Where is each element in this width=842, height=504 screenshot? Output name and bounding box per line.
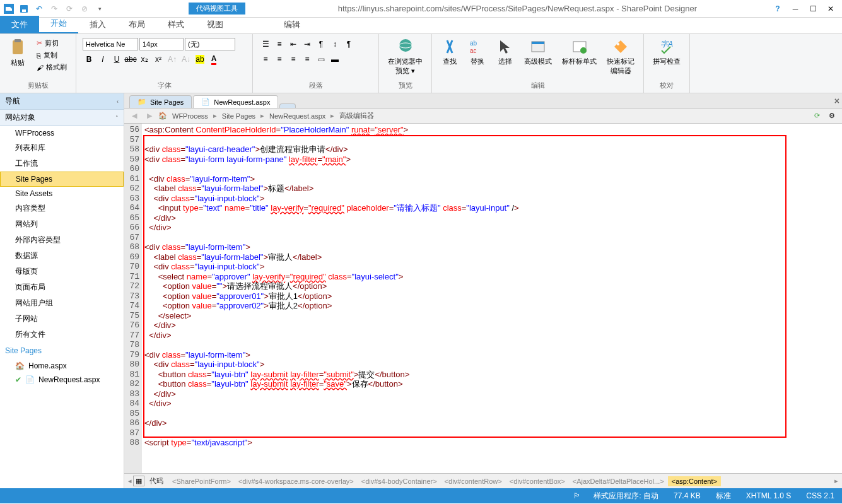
subscript-button[interactable]: x₂ xyxy=(138,53,151,66)
breadcrumb-item[interactable]: NewRequest.aspx xyxy=(267,112,328,120)
font-size-select[interactable] xyxy=(139,38,184,50)
bullet-list-button[interactable]: ☰ xyxy=(259,38,272,50)
align-right-button[interactable]: ≡ xyxy=(287,53,300,66)
align-center-button[interactable]: ≡ xyxy=(273,53,286,66)
line-spacing-button[interactable]: ↕ xyxy=(329,38,341,50)
nav-item[interactable]: 外部内容类型 xyxy=(0,232,124,248)
code-mode-button[interactable]: 代码 xyxy=(146,475,167,487)
strikethrough-button[interactable]: abc xyxy=(124,53,137,66)
breadcrumb-item[interactable]: 高级编辑器 xyxy=(337,111,377,120)
breadcrumb-item[interactable]: WFProcess xyxy=(170,112,211,120)
redo-icon[interactable]: ↷ xyxy=(48,3,61,15)
number-list-button[interactable]: ≡ xyxy=(273,38,286,50)
collapse-icon[interactable]: ‹ xyxy=(117,98,119,105)
flag-icon[interactable]: 🏳 xyxy=(573,491,581,500)
tag-crumb[interactable]: <div#s4-workspace.ms-core-overlay> xyxy=(235,476,358,486)
tag-crumb[interactable]: <AjaxDelta#DeltaPlaceHol...> xyxy=(569,476,668,486)
paste-button[interactable]: 粘贴 xyxy=(5,37,30,69)
indent-right-button[interactable]: ⇥ xyxy=(301,38,313,50)
nav-item[interactable]: 网站列 xyxy=(0,216,124,232)
code-content[interactable]: <asp:Content ContentPlaceHolderId="Place… xyxy=(142,124,842,473)
nav-item[interactable]: 列表和库 xyxy=(0,140,124,156)
nav-item[interactable]: 工作流 xyxy=(0,156,124,172)
nav-file-home[interactable]: 🏠Home.aspx xyxy=(0,359,124,373)
tab-close-button[interactable]: × xyxy=(834,96,839,106)
spellcheck-button[interactable]: 字A拼写检查 xyxy=(649,37,684,67)
close-button[interactable]: ✕ xyxy=(824,3,837,15)
tab-insert[interactable]: 插入 xyxy=(78,16,117,33)
nav-item[interactable]: 网站用户组 xyxy=(0,295,124,311)
minimize-button[interactable]: ─ xyxy=(789,3,802,15)
border-button[interactable]: ▭ xyxy=(315,53,327,66)
browser-preview-button[interactable]: 在浏览器中 预览 ▾ xyxy=(384,37,426,77)
doc-tab-sitepages[interactable]: 📁Site Pages xyxy=(129,95,192,108)
refresh-icon[interactable]: ⟳ xyxy=(810,110,823,122)
underline-button[interactable]: U xyxy=(110,53,123,66)
help-icon[interactable]: ? xyxy=(771,3,784,15)
tab-view[interactable]: 视图 xyxy=(196,16,235,33)
tab-edit-context[interactable]: 编辑 xyxy=(272,16,312,33)
maximize-button[interactable]: ☐ xyxy=(807,3,819,15)
replace-button[interactable]: abac替换 xyxy=(465,37,490,67)
nav-item[interactable]: WFProcess xyxy=(0,126,124,140)
select-button[interactable]: 选择 xyxy=(493,37,518,67)
tab-style[interactable]: 样式 xyxy=(156,16,196,33)
tag-crumb[interactable]: <asp:Content> xyxy=(668,476,721,486)
nav-item[interactable]: 所有文件 xyxy=(0,327,124,343)
nav-section-header[interactable]: 网站对象˄ xyxy=(0,110,124,126)
font-grow-button[interactable]: A↑ xyxy=(166,53,178,66)
stop-icon[interactable]: ⊘ xyxy=(78,3,91,15)
quick-tag-button[interactable]: 快速标记编辑器 xyxy=(603,37,638,77)
bold-button[interactable]: B xyxy=(83,53,95,66)
settings-icon[interactable]: ⚙ xyxy=(826,110,838,122)
file-tab[interactable]: 文件 xyxy=(0,16,39,33)
superscript-button[interactable]: x² xyxy=(152,53,165,66)
show-marks-button[interactable]: ¶ xyxy=(342,38,355,50)
nav-item[interactable]: 内容类型 xyxy=(0,201,124,216)
tag-crumb[interactable]: <SharePointForm> xyxy=(168,476,235,486)
font-style-select[interactable] xyxy=(185,38,235,50)
font-color-button[interactable]: A xyxy=(208,53,220,66)
doc-tab-newrequest[interactable]: 📄NewRequest.aspx xyxy=(193,95,278,108)
nav-file-newrequest[interactable]: ✔📄NewRequest.aspx xyxy=(0,373,124,387)
nav-item[interactable]: 数据源 xyxy=(0,248,124,264)
nav-item[interactable]: 母版页 xyxy=(0,264,124,279)
qa-dropdown-icon[interactable]: ▾ xyxy=(93,3,106,15)
nav-item[interactable]: Site Assets xyxy=(0,187,124,201)
font-name-select[interactable] xyxy=(83,38,138,50)
nav-item[interactable]: Site Pages xyxy=(0,172,124,187)
direction-button[interactable]: ¶ xyxy=(315,38,327,50)
highlight-button[interactable]: ab xyxy=(194,53,206,66)
indent-left-button[interactable]: ⇤ xyxy=(287,38,300,50)
tab-home[interactable]: 开始 xyxy=(39,15,78,33)
font-shrink-button[interactable]: A↓ xyxy=(180,53,192,66)
cut-button[interactable]: ✂剪切 xyxy=(34,38,69,49)
find-button[interactable]: 查找 xyxy=(437,37,462,67)
shading-button[interactable]: ▬ xyxy=(329,53,341,66)
align-justify-button[interactable]: ≡ xyxy=(301,53,313,66)
breadcrumb-item[interactable]: Site Pages xyxy=(219,112,258,120)
italic-button[interactable]: I xyxy=(96,53,109,66)
copy-button[interactable]: ⎘复制 xyxy=(34,50,69,61)
advanced-mode-button[interactable]: 高级模式 xyxy=(520,37,556,67)
doc-tab-new[interactable] xyxy=(279,103,296,108)
status-css[interactable]: CSS 2.1 xyxy=(804,491,837,500)
save-icon[interactable] xyxy=(18,3,30,15)
nav-item[interactable]: 子网站 xyxy=(0,311,124,327)
nav-fwd-icon[interactable]: ▶ xyxy=(143,110,156,122)
code-editor[interactable]: 56 57 58 59 60 61 62 63 64 65 66 67 68 6… xyxy=(124,124,842,473)
undo-icon[interactable]: ↶ xyxy=(33,3,45,15)
nav-subheading[interactable]: Site Pages xyxy=(0,343,124,359)
tag-crumb[interactable]: <div#contentRow> xyxy=(441,476,506,486)
align-left-button[interactable]: ≡ xyxy=(259,53,272,66)
tag-crumb[interactable]: <div#contentBox> xyxy=(506,476,569,486)
tab-layout[interactable]: 布局 xyxy=(117,16,156,33)
markup-button[interactable]: 标杆标单式 xyxy=(558,37,600,67)
status-xhtml[interactable]: XHTML 1.0 S xyxy=(744,491,794,500)
app-icon[interactable] xyxy=(3,3,15,15)
refresh-icon[interactable]: ⟳ xyxy=(63,3,76,15)
tag-crumb[interactable]: <div#s4-bodyContainer> xyxy=(358,476,441,486)
format-painter-button[interactable]: 🖌格式刷 xyxy=(34,62,69,73)
nav-back-icon[interactable]: ◀ xyxy=(128,110,141,122)
nav-item[interactable]: 页面布局 xyxy=(0,279,124,295)
